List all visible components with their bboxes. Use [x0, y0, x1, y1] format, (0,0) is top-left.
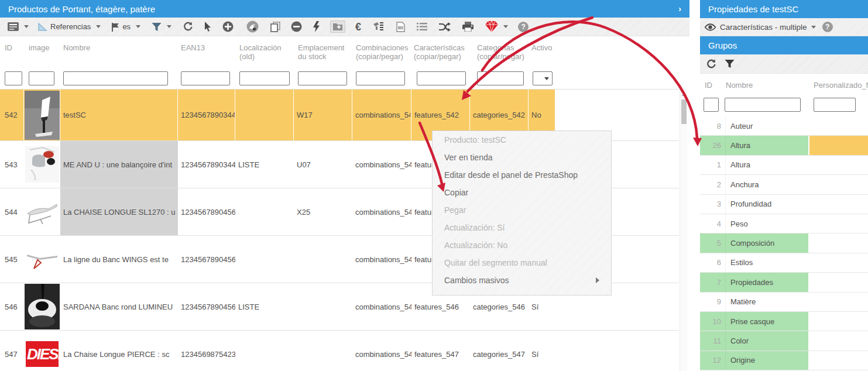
cell-stock-loc[interactable]: X25	[294, 188, 352, 235]
cell-id[interactable]: 544	[0, 188, 24, 235]
cell-image[interactable]	[24, 188, 60, 235]
list-button[interactable]	[415, 21, 429, 32]
language-selector[interactable]: es	[109, 21, 132, 33]
cell-loc-old[interactable]	[235, 188, 294, 235]
cell-ean13[interactable]: 1234567890456	[178, 283, 235, 330]
group-name[interactable]: Prise casque	[726, 312, 808, 331]
col-header-loc-old[interactable]: Localización (old)	[239, 43, 291, 61]
add-column-button[interactable]	[330, 20, 345, 33]
filter-categories-input[interactable]	[477, 71, 524, 85]
prestashop-button[interactable]	[245, 19, 260, 34]
cell-name[interactable]: ME AND U : une balançoire d'int	[60, 141, 178, 188]
group-row-11[interactable]: 11 Color	[700, 331, 868, 351]
cell-stock-loc[interactable]	[294, 283, 352, 330]
groups-refresh-icon[interactable]	[706, 59, 716, 69]
cell-loc-old[interactable]	[235, 236, 294, 283]
group-id[interactable]: 8	[700, 116, 726, 135]
cell-image[interactable]	[24, 141, 60, 188]
views-caret-icon[interactable]	[24, 25, 29, 28]
prices-button[interactable]: €	[354, 20, 363, 33]
cell-ean13[interactable]: 1234569875423	[178, 331, 235, 371]
cell-id[interactable]: 545	[0, 236, 24, 283]
cell-loc-old[interactable]	[235, 331, 294, 371]
filter-active-select[interactable]	[533, 71, 553, 85]
group-custom[interactable]	[808, 233, 868, 252]
view-selector-label[interactable]: Características - multiple	[720, 23, 807, 32]
duplicate-button[interactable]	[269, 20, 282, 33]
groups-filter-id-input[interactable]	[704, 98, 719, 112]
cell-stock-loc[interactable]: W17	[294, 90, 352, 140]
group-custom[interactable]	[808, 293, 868, 311]
group-row-6[interactable]: 6 Estilos	[700, 253, 868, 273]
col-header-id[interactable]: ID	[5, 43, 12, 52]
cell-image[interactable]	[24, 90, 60, 140]
cell-stock-loc[interactable]	[294, 236, 352, 283]
cell-image[interactable]: DIESEL	[24, 331, 60, 371]
cell-ean13[interactable]: 1234567890344	[178, 90, 235, 140]
group-row-2[interactable]: 2 Anchura	[700, 175, 868, 194]
cell-active[interactable]: Sí	[529, 331, 555, 371]
group-name[interactable]: Estilos	[726, 253, 808, 272]
group-id[interactable]: 26	[700, 136, 726, 154]
cell-id[interactable]: 542	[0, 90, 24, 140]
group-name[interactable]: Matière	[726, 293, 808, 311]
properties-help-icon[interactable]: ?	[822, 22, 833, 32]
menu-item-view-in-store[interactable]: Ver en tienda	[433, 149, 611, 166]
cell-loc-old[interactable]	[235, 90, 294, 140]
group-id[interactable]: 7	[700, 273, 726, 291]
group-name[interactable]: Auteur	[726, 116, 808, 135]
refresh-button[interactable]	[181, 20, 195, 33]
cell-name[interactable]: testSC	[60, 90, 178, 140]
menu-item-mass-changes[interactable]: Cambios masivos	[433, 272, 611, 289]
view-selector-caret-icon[interactable]	[811, 26, 816, 29]
filter-caret-icon[interactable]	[167, 25, 171, 28]
group-row-5[interactable]: 5 Composición	[700, 233, 868, 253]
cell-categories[interactable]: categories_547	[470, 331, 529, 371]
actions-button[interactable]	[311, 20, 322, 33]
cell-combinations[interactable]: combinations_542	[352, 90, 411, 140]
groups-col-header-id[interactable]: ID	[705, 81, 712, 90]
cell-ean13[interactable]: 1234567890456	[178, 236, 235, 283]
cell-ean13[interactable]: 1234567890344	[178, 141, 235, 188]
filter-combinations-input[interactable]	[356, 71, 405, 85]
group-row-7[interactable]: 7 Propiedades	[700, 273, 868, 292]
col-header-combinations[interactable]: Combinaciones (copiar/pegar)	[356, 43, 413, 61]
group-custom[interactable]	[808, 312, 868, 331]
references-selector[interactable]: Referencias	[36, 21, 92, 33]
cell-loc-old[interactable]: LISTE	[235, 283, 294, 330]
group-custom[interactable]	[808, 156, 868, 174]
group-id[interactable]: 6	[700, 253, 726, 272]
group-name[interactable]: Composición	[726, 233, 808, 252]
menu-item-copy[interactable]: Copiar	[433, 184, 611, 201]
cell-image[interactable]	[24, 283, 60, 330]
group-row-1[interactable]: 1 Altura	[700, 156, 868, 175]
group-id[interactable]: 3	[700, 195, 726, 214]
filter-loc-old-input[interactable]	[239, 71, 290, 85]
cell-combinations[interactable]: combinations_543	[352, 141, 411, 188]
group-row-12[interactable]: 12 Origine	[700, 351, 868, 370]
group-name[interactable]: Anchura	[726, 175, 808, 194]
group-id[interactable]: 10	[700, 312, 726, 331]
group-id[interactable]: 2	[700, 175, 726, 194]
table-row-547[interactable]: 547 DIESEL La Chaise Longue PIERCE : sc …	[0, 331, 679, 371]
group-row-10[interactable]: 10 Prise casque	[700, 312, 868, 331]
language-caret-icon[interactable]	[136, 25, 140, 28]
group-id[interactable]: 5	[700, 233, 726, 252]
groups-filter-name-input[interactable]	[725, 98, 801, 112]
group-custom[interactable]	[808, 351, 868, 370]
references-caret-icon[interactable]	[96, 25, 101, 28]
cell-stock-loc[interactable]: U07	[294, 141, 352, 188]
cell-name[interactable]: SARDANA Banc rond LUMINEU	[60, 283, 178, 330]
col-header-image[interactable]: image	[29, 43, 49, 52]
col-header-stock-loc[interactable]: Emplacement du stock	[298, 43, 351, 61]
groups-filter-icon[interactable]	[725, 59, 735, 68]
cell-combinations[interactable]: combinations_547	[352, 331, 411, 371]
group-custom[interactable]	[808, 214, 868, 233]
group-name[interactable]: Origine	[726, 351, 808, 370]
csv-export-button[interactable]: CSV	[394, 20, 407, 33]
filter-name-input[interactable]	[63, 71, 168, 85]
help-button[interactable]: ?	[516, 20, 530, 33]
scroll-up-icon[interactable]	[682, 92, 687, 96]
group-id[interactable]: 4	[700, 214, 726, 233]
group-row-8[interactable]: 8 Auteur	[700, 116, 868, 136]
